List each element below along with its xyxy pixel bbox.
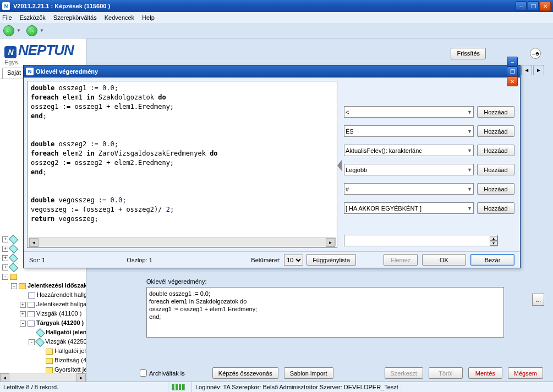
tree-expander-icon[interactable]: + <box>2 264 8 270</box>
nav-forward-button[interactable]: → <box>26 25 37 36</box>
status-right: Loginnév: TA Szerepkör: Belső Adminisztr… <box>195 382 402 392</box>
combo-logic-value: ÉS <box>346 128 354 135</box>
cancel-button[interactable]: Mégsem <box>508 367 543 379</box>
dialog-oklevel: N Oklevél végeredmény – ❐ ✕ double ossze… <box>23 65 521 268</box>
number-spinner[interactable]: ▲ ▼ <box>344 235 498 246</box>
delete-button[interactable]: Töröl <box>429 367 463 379</box>
save-button[interactable]: Mentés <box>468 367 502 379</box>
combo-field-value: AktualisFelev(): karakterlánc <box>346 147 422 154</box>
close-dialog-button[interactable]: Bezár <box>470 254 514 266</box>
tree-doc-icon <box>28 321 35 327</box>
add-button-6[interactable]: Hozzáad <box>477 202 514 214</box>
tabs-nav-left[interactable]: ◄ <box>521 65 532 75</box>
tree-node[interactable]: -Vizsgák (42250 ) <box>1 337 86 346</box>
tabs-nav-right[interactable]: ► <box>533 65 544 75</box>
tree-expander-icon[interactable]: + <box>2 246 8 252</box>
nav-forward-dropdown[interactable]: ▼ <box>40 28 44 33</box>
archive-checkbox-input[interactable] <box>140 369 147 377</box>
merge-button[interactable]: Képzés összevonás <box>212 367 278 379</box>
tree-node[interactable]: Hallgatói jelentke <box>1 346 86 356</box>
menu-file[interactable]: File <box>2 14 12 21</box>
combo-logic[interactable]: ÉS ▼ <box>344 125 474 137</box>
tree-node-label: Vizsgák (42250 ) <box>45 338 86 345</box>
tree-node[interactable]: +Jelentkezett hallgatók (41 <box>1 300 86 309</box>
tree-node[interactable]: -Jelentkezési időszak (40 <box>1 281 86 290</box>
menu-help[interactable]: Help <box>142 14 155 21</box>
function-list-button[interactable]: Függvénylista <box>306 254 356 266</box>
edit-button[interactable]: Szerkeszt <box>385 367 423 379</box>
tree-expander-icon[interactable]: + <box>2 255 8 261</box>
tree-hscrollbar[interactable] <box>0 373 86 382</box>
statusbar: Letöltve 8 / 8 rekord. Loginnév: TA Szer… <box>0 382 553 392</box>
menu-favorites[interactable]: Kedvencek <box>105 14 134 21</box>
archive-checkbox[interactable]: Archiváltak is <box>140 369 185 377</box>
nav-back-button[interactable]: ← <box>3 25 14 36</box>
tree-expander-icon[interactable]: - <box>29 339 35 345</box>
combo-hash[interactable]: # ▼ <box>344 183 474 195</box>
tree-folder-icon <box>10 274 17 280</box>
tree-expander-icon[interactable]: - <box>2 274 8 280</box>
combo-ifelse[interactable]: [ HA AKKOR EGYÉBKÉNT ] ▼ <box>344 202 474 214</box>
add-button-3[interactable]: Hozzáad <box>477 145 514 156</box>
lower-label: Oklevél végeredmény: <box>146 278 542 285</box>
chevron-down-icon: ▼ <box>467 167 472 173</box>
tree-doc-icon <box>28 311 35 317</box>
tree-node[interactable]: Gyorsított jegybe <box>1 365 86 373</box>
tree-expander-icon[interactable]: - <box>11 283 17 289</box>
dialog-minimize-button[interactable]: – <box>507 57 518 67</box>
font-size-select[interactable]: 10 <box>284 255 303 266</box>
tool-icon[interactable]: –ɵ <box>530 48 541 59</box>
chevron-down-icon: ▼ <box>467 206 472 211</box>
tree-tab-own[interactable]: Saját <box>2 68 26 79</box>
combo-operator[interactable]: < ▼ <box>344 106 474 118</box>
close-button[interactable]: ✕ <box>540 1 551 11</box>
tree-expander-icon[interactable]: + <box>20 302 26 308</box>
status-col: Oszlop: 1 <box>127 257 152 263</box>
collapse-arrow-icon[interactable] <box>337 160 342 171</box>
tree-node-label: Hallgatói jelentke <box>46 329 86 335</box>
minimize-button[interactable]: – <box>516 1 527 11</box>
spinner-down-icon[interactable]: ▼ <box>490 241 497 246</box>
dialog-titlebar[interactable]: N Oklevél végeredmény – ❐ ✕ <box>24 65 520 78</box>
combo-field[interactable]: AktualisFelev(): karakterlánc ▼ <box>344 145 474 156</box>
tree-expander-icon[interactable]: + <box>20 311 26 317</box>
combo-best[interactable]: Legjobb ▼ <box>344 164 474 175</box>
tree-node-label: Bizottság (42350 <box>54 357 86 363</box>
add-button-4[interactable]: Hozzáad <box>477 164 514 175</box>
dialog-maximize-button[interactable]: ❐ <box>507 67 518 76</box>
menu-tools[interactable]: Eszközök <box>20 14 46 21</box>
tree-node[interactable]: +Vizsgák (41100 ) <box>1 309 86 318</box>
dialog-title: Oklevél végeredmény <box>36 68 507 75</box>
chevron-down-icon: ▼ <box>467 109 472 115</box>
side-form: < ▼ Hozzáad ÉS ▼ Hozzáad AktualisFelev()… <box>341 78 520 251</box>
window-title: V2011.2.21.1 : Képzések (115600 ) <box>13 3 516 9</box>
result-textarea[interactable] <box>146 287 504 338</box>
nav-back-dropdown[interactable]: ▼ <box>17 28 21 33</box>
tree-doc-icon <box>28 302 35 308</box>
tree-node[interactable]: -Tárgyak (41200 ) <box>1 318 86 328</box>
tree-node[interactable]: Hozzárendelt hallgatók (4 <box>1 290 86 300</box>
maximize-button[interactable]: ❐ <box>528 1 539 11</box>
tree-node[interactable]: Bizottság (42350 <box>1 356 86 365</box>
add-button-5[interactable]: Hozzáad <box>477 183 514 195</box>
logo-icon: N <box>4 46 17 58</box>
ok-button[interactable]: OK <box>422 254 466 266</box>
tree-dia-icon <box>9 244 18 253</box>
code-editor[interactable]: double osszeg1 := 0.0; foreach elem1 in … <box>27 81 337 248</box>
add-button-2[interactable]: Hozzáad <box>477 125 514 137</box>
tree-node[interactable]: - <box>1 272 86 281</box>
menu-roleswitch[interactable]: Szerepkörváltás <box>53 14 97 21</box>
code-hscrollbar[interactable] <box>29 238 336 246</box>
template-import-button[interactable]: Sablon import <box>284 367 333 379</box>
tree-node-label: Hallgatói jelentke <box>54 347 86 354</box>
tree-expander-icon[interactable]: + <box>2 236 8 242</box>
add-button-1[interactable]: Hozzáad <box>477 106 514 118</box>
analyze-button[interactable]: Elemez <box>384 254 418 266</box>
tree-node-label: Tárgyak (41200 ) <box>36 319 84 326</box>
tree-node-label: Gyorsított jegybe <box>54 366 86 373</box>
ellipsis-button[interactable]: … <box>532 294 544 306</box>
tree-expander-icon[interactable]: - <box>20 321 26 327</box>
spinner-up-icon[interactable]: ▲ <box>490 236 497 241</box>
refresh-button[interactable]: Frissítés <box>451 48 486 59</box>
tree-node[interactable]: Hallgatói jelentke <box>1 328 86 337</box>
